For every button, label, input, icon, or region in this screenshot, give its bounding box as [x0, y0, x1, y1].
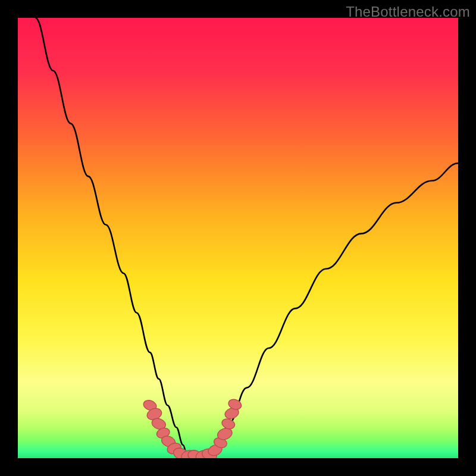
watermark-text: TheBottleneck.com [346, 4, 470, 20]
plot-area [18, 18, 458, 458]
chart-frame: TheBottleneck.com [0, 0, 476, 476]
chain-layer [18, 18, 458, 458]
